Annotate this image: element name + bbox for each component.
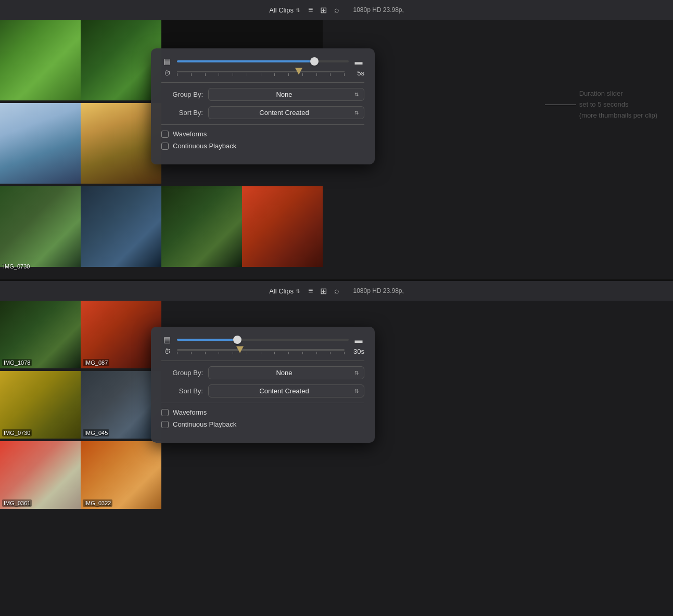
clip-label: IMG_1078 xyxy=(2,359,32,366)
duration-slider-thumb[interactable] xyxy=(295,68,302,75)
continuous-playback-label: Continuous Playback xyxy=(173,142,236,150)
top-callout: Duration slider set to 5 seconds (more t… xyxy=(545,88,657,121)
clip-label: IMG_0730 xyxy=(2,429,32,437)
tick xyxy=(288,73,289,76)
tick xyxy=(261,352,261,354)
bottom-group-by-value: None xyxy=(214,369,354,377)
bottom-continuous-playback-checkbox[interactable] xyxy=(161,421,169,428)
resolution-label: 1080p HD 23.98p, xyxy=(353,6,403,14)
bottom-toolbar-left: All Clips ⇅ ≡ ⊞ ⌕ 1080p HD 23.98p, xyxy=(269,286,404,296)
bottom-sort-by-row: Sort By: Content Created ⇅ xyxy=(161,384,364,397)
toolbar-left: All Clips ⇅ ≡ ⊞ ⌕ 1080p HD 23.98p, xyxy=(269,5,404,15)
bottom-clip-size-slider-thumb[interactable] xyxy=(233,336,242,344)
clip-item[interactable] xyxy=(81,103,161,184)
clip-thumbnail xyxy=(0,301,81,368)
clip-item[interactable]: IMG_1078 xyxy=(0,301,81,368)
clip-thumbnail xyxy=(0,20,81,100)
sort-by-select[interactable]: Content Created ⇅ xyxy=(208,106,364,119)
list-view-icon[interactable]: ≡ xyxy=(308,5,313,15)
bottom-duration-value-label: 30s xyxy=(349,348,364,355)
bottom-waveforms-row: Waveforms xyxy=(161,408,364,416)
continuous-playback-checkbox[interactable] xyxy=(161,143,169,150)
bottom-clip-size-slider[interactable] xyxy=(177,339,349,341)
top-popup: ▤ ▬ ⏱ xyxy=(151,48,375,164)
sort-by-chevron-icon: ⇅ xyxy=(354,110,359,116)
clip-size-slider[interactable] xyxy=(177,60,349,62)
bottom-list-view-icon[interactable]: ≡ xyxy=(308,286,313,296)
clip-size-slider-thumb[interactable] xyxy=(310,57,319,66)
bottom-all-clips-button[interactable]: All Clips ⇅ xyxy=(269,287,300,295)
bottom-panel: All Clips ⇅ ≡ ⊞ ⌕ 1080p HD 23.98p, IMG_1… xyxy=(0,281,673,616)
callout-line-2: set to 5 seconds xyxy=(579,99,657,110)
bottom-duration-slider-thumb[interactable] xyxy=(236,346,244,353)
bottom-resolution-label: 1080p HD 23.98p, xyxy=(353,287,403,294)
clip-item[interactable] xyxy=(0,186,81,267)
clip-item[interactable]: IMG_045 xyxy=(81,371,161,439)
bottom-duration-slider[interactable] xyxy=(177,349,345,351)
clip-item[interactable]: IMG_0730 xyxy=(0,371,81,439)
bottom-duration-slider-container xyxy=(177,349,345,354)
top-clip-grid: IMG_0730 ▤ ▬ ⏱ xyxy=(0,20,673,275)
clip-item[interactable] xyxy=(0,103,81,184)
top-toolbar: All Clips ⇅ ≡ ⊞ ⌕ 1080p HD 23.98p, xyxy=(0,0,673,20)
bottom-clip-size-large-icon: ▬ xyxy=(353,336,364,344)
bottom-waveforms-checkbox[interactable] xyxy=(161,409,169,416)
grid-view-icon[interactable]: ⊞ xyxy=(320,5,327,15)
search-icon[interactable]: ⌕ xyxy=(334,5,339,15)
bottom-group-by-label: Group By: xyxy=(161,369,203,377)
group-by-label: Group By: xyxy=(161,91,203,98)
all-clips-chevron-icon: ⇅ xyxy=(296,7,300,13)
tick xyxy=(274,73,275,76)
bottom-popup: ▤ ▬ ⏱ xyxy=(151,327,375,443)
tick xyxy=(205,352,206,354)
bottom-popup-divider xyxy=(161,361,364,361)
duration-slider-container xyxy=(177,71,345,76)
sort-by-value: Content Created xyxy=(214,109,354,117)
waveforms-checkbox[interactable] xyxy=(161,131,169,138)
tick xyxy=(191,352,192,354)
clip-item[interactable]: IMG_0361 xyxy=(0,441,81,509)
bottom-search-icon[interactable]: ⌕ xyxy=(334,286,339,296)
tick xyxy=(302,352,303,354)
bottom-all-clips-chevron-icon: ⇅ xyxy=(296,288,300,294)
tick xyxy=(316,352,317,354)
group-by-select[interactable]: None ⇅ xyxy=(208,88,364,101)
tick xyxy=(177,73,177,76)
clip-thumbnail xyxy=(242,186,323,267)
bottom-clip-grid: IMG_1078 IMG_087 IMG_0730 IMG_045 IMG_03… xyxy=(0,301,673,613)
bottom-toolbar-icons: ≡ ⊞ ⌕ xyxy=(308,286,339,296)
bottom-sort-by-value: Content Created xyxy=(214,387,354,395)
clip-label-0730: IMG_0730 xyxy=(3,263,30,270)
tick xyxy=(330,73,331,76)
duration-clock-icon: ⏱ xyxy=(161,69,173,77)
clip-item[interactable]: IMG_0322 xyxy=(81,441,161,509)
waveforms-label: Waveforms xyxy=(173,130,207,138)
bottom-sort-by-select[interactable]: Content Created ⇅ xyxy=(208,384,364,397)
bottom-group-by-row: Group By: None ⇅ xyxy=(161,366,364,379)
clip-label: IMG_0361 xyxy=(2,499,32,507)
bottom-sort-by-label: Sort By: xyxy=(161,387,203,395)
all-clips-button[interactable]: All Clips ⇅ xyxy=(269,6,300,14)
callout-line xyxy=(545,105,576,105)
bottom-tick-marks xyxy=(177,351,345,354)
clip-size-small-icon: ▤ xyxy=(161,57,173,66)
clip-thumbnail xyxy=(0,371,81,439)
clip-item[interactable]: IMG_087 xyxy=(81,301,161,368)
duration-slider[interactable] xyxy=(177,71,345,72)
callout-line-3: (more thumbnails per clip) xyxy=(579,110,657,121)
bottom-all-clips-label: All Clips xyxy=(269,287,294,295)
tick xyxy=(302,73,303,76)
bottom-sort-by-chevron-icon: ⇅ xyxy=(354,388,359,394)
tick xyxy=(261,73,261,76)
tick xyxy=(316,73,317,76)
sort-by-row: Sort By: Content Created ⇅ xyxy=(161,106,364,119)
clip-item[interactable] xyxy=(81,186,161,267)
tick xyxy=(219,352,219,354)
clip-item[interactable] xyxy=(81,20,161,100)
clip-item[interactable] xyxy=(0,20,81,100)
clip-item[interactable] xyxy=(161,186,242,267)
clip-thumbnail xyxy=(81,441,161,509)
clip-item[interactable] xyxy=(242,186,323,267)
bottom-group-by-select[interactable]: None ⇅ xyxy=(208,366,364,379)
bottom-grid-view-icon[interactable]: ⊞ xyxy=(320,286,327,296)
